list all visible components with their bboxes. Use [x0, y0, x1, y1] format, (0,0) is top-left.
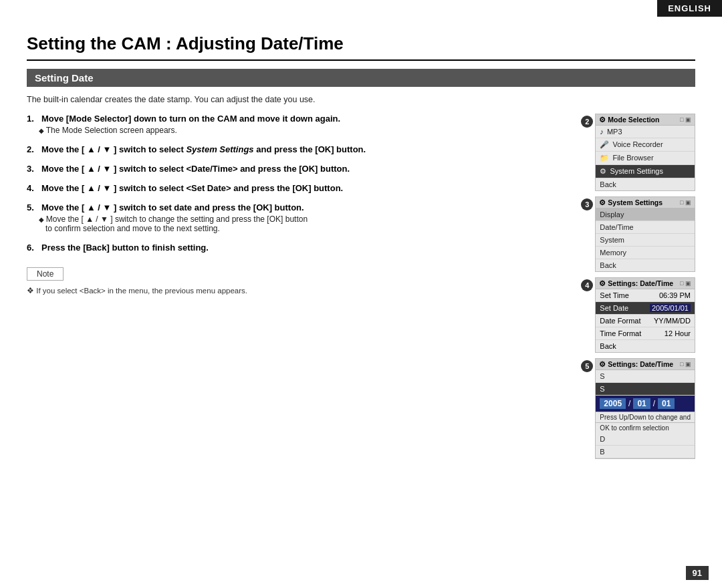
settime-value: 06:39 PM: [659, 291, 691, 299]
panel-3-row-system[interactable]: System: [596, 234, 695, 247]
panel-settings-datetime: 4 ⚙ Settings: Date/Time □ ▣ Set Time 06:…: [595, 277, 695, 353]
note-box: Note: [27, 267, 64, 281]
step-5-bullet1: Move the [ ▲ / ▼ ] switch to change the …: [39, 214, 308, 224]
step-1: 1. Move [Mode Selector] down to turn on …: [27, 114, 564, 135]
panel-2-header: ⚙ Mode Selection □ ▣: [596, 114, 695, 126]
panel-4-row-timeformat[interactable]: Time Format 12 Hour: [596, 327, 695, 340]
step-3-text: Move the [ ▲ / ▼ ] switch to select <Dat…: [41, 164, 350, 174]
settime-label: Set Time: [600, 291, 628, 299]
panel-5-hint2: OK to confirm selection: [596, 422, 695, 433]
panel-2-header-icons: □ ▣: [680, 116, 691, 123]
panel-2-row-back[interactable]: Back: [596, 178, 695, 190]
step-4: 4. Move the [ ▲ / ▼ ] switch to select <…: [27, 183, 564, 193]
step-3: 3. Move the [ ▲ / ▼ ] switch to select <…: [27, 164, 564, 174]
panel-3-row-datetime[interactable]: Date/Time: [596, 221, 695, 234]
step-2-num: 2.: [27, 144, 39, 154]
panel4-back-label: Back: [600, 342, 616, 350]
panel-4-num: 4: [581, 279, 593, 291]
step-6-text: Press the [Back] button to finish settin…: [41, 243, 209, 253]
step-5-text: Move the [ ▲ / ▼ ] switch to set date an…: [41, 202, 304, 212]
panel-4-row-back[interactable]: Back: [596, 340, 695, 352]
step-1-sub: The Mode Selection screen appears.: [39, 126, 564, 135]
settings-icon-5: ⚙: [599, 360, 606, 368]
setdate-value: 2005/01/01: [650, 304, 691, 312]
panel-2-row-filebrowser[interactable]: 📁 File Browser: [596, 152, 695, 165]
dateformat-value: YY/MM/DD: [654, 317, 691, 325]
panel-2-num: 2: [581, 116, 593, 128]
timeformat-value: 12 Hour: [665, 329, 691, 337]
page-title: Setting the CAM : Adjusting Date/Time: [27, 33, 695, 54]
panel-5-year[interactable]: 2005: [600, 398, 626, 409]
panel-system-settings: 3 ⚙ System Settings □ ▣ Display Date/Tim…: [595, 196, 695, 272]
timeformat-label: Time Format: [600, 329, 641, 337]
panel-5-header-icons: □ ▣: [680, 361, 691, 368]
setdate-label: Set Date: [600, 304, 628, 312]
settings-icon-3: ⚙: [599, 198, 606, 206]
panel-3-title: ⚙ System Settings: [599, 198, 663, 206]
step-1-text: Move [Mode Selector] down to turn on the…: [41, 114, 340, 124]
panel-4-header: ⚙ Settings: Date/Time □ ▣: [596, 278, 695, 289]
music-icon: [600, 128, 604, 136]
panel-4-row-setdate[interactable]: Set Date 2005/01/01: [596, 302, 695, 315]
step-2-text: Move the [ ▲ / ▼ ] switch to select Syst…: [41, 144, 366, 154]
panel-3-header: ⚙ System Settings □ ▣: [596, 197, 695, 208]
settings-icon: ⚙: [599, 116, 606, 124]
panel-5-num: 5: [581, 360, 593, 372]
panel-3-row-display[interactable]: Display: [596, 208, 695, 221]
title-divider: [27, 59, 695, 61]
step-1-num: 1.: [27, 114, 39, 124]
folder-icon: 📁: [600, 154, 609, 162]
step-5-num: 5.: [27, 202, 39, 212]
panel-5-row-b[interactable]: B: [596, 446, 695, 458]
settings-icon-4: ⚙: [599, 279, 606, 287]
panel-3-num: 3: [581, 198, 593, 210]
panel-5-hint1: Press Up/Down to change and: [596, 412, 695, 422]
panel-4-row-dateformat[interactable]: Date Format YY/MM/DD: [596, 315, 695, 327]
panel-5-title: ⚙ Settings: Date/Time: [599, 360, 673, 368]
panel-5-row-d[interactable]: D: [596, 433, 695, 446]
panel-2-title: ⚙ Mode Selection: [599, 116, 659, 124]
panel-5-row-s2[interactable]: S: [596, 383, 695, 396]
dateformat-label: Date Format: [600, 317, 640, 325]
panel-4-row-settime[interactable]: Set Time 06:39 PM: [596, 289, 695, 302]
panel-3-header-icons: □ ▣: [680, 199, 691, 206]
panel-2-row-syssettings-label: System Settings: [610, 167, 663, 175]
step-1-bullet: The Mode Selection screen appears.: [39, 126, 177, 135]
section-header: Setting Date: [27, 69, 695, 87]
panel-5-date-row: 2005 / 01 / 01: [596, 396, 695, 412]
panel-2-row-voice[interactable]: 🎤 Voice Recorder: [596, 138, 695, 152]
mic-icon: 🎤: [600, 140, 609, 149]
intro-text: The built-in calendar creates the date s…: [27, 95, 695, 104]
panel-3-row-back[interactable]: Back: [596, 259, 695, 271]
step-4-num: 4.: [27, 183, 39, 193]
panel-5-sep1: /: [628, 399, 630, 408]
panel-5-day[interactable]: 01: [658, 398, 675, 409]
step-5: 5. Move the [ ▲ / ▼ ] switch to set date…: [27, 202, 564, 233]
panel-2-row-mp3-label: MP3: [607, 128, 622, 136]
note-footer-text: If you select <Back> in the menu, the pr…: [27, 287, 247, 295]
panel-4-header-icons: □ ▣: [680, 280, 691, 287]
page-number: 91: [686, 566, 709, 580]
step-5-sub2: to confirm selection and move to the nex…: [45, 224, 220, 233]
step-5-sub: Move the [ ▲ / ▼ ] switch to change the …: [39, 214, 564, 233]
step-6-num: 6.: [27, 243, 39, 253]
panel-3-row-memory[interactable]: Memory: [596, 247, 695, 259]
panel-4-title: ⚙ Settings: Date/Time: [599, 279, 673, 287]
panel-2-row-back-label: Back: [600, 180, 616, 188]
panel-5-header: ⚙ Settings: Date/Time □ ▣: [596, 359, 695, 370]
panel-5-sep2: /: [653, 399, 655, 408]
language-badge: ENGLISH: [657, 0, 722, 17]
panel-2-row-voice-label: Voice Recorder: [612, 140, 663, 148]
panel-settings-datetime-entry: 5 ⚙ Settings: Date/Time □ ▣ S S 2005 / 0…: [595, 358, 695, 459]
left-column: 1. Move [Mode Selector] down to turn on …: [27, 114, 564, 459]
panel-5-month[interactable]: 01: [633, 398, 650, 409]
panel-mode-selection: 2 ⚙ Mode Selection □ ▣ MP3 🎤 Voice Recor…: [595, 114, 695, 191]
step-4-text: Move the [ ▲ / ▼ ] switch to select <Set…: [41, 183, 343, 193]
panel-2-row-syssettings[interactable]: ⚙ System Settings: [596, 165, 695, 178]
settings-icon-2: ⚙: [600, 167, 606, 176]
panel-2-row-filebrowser-label: File Browser: [612, 154, 653, 162]
step-2: 2. Move the [ ▲ / ▼ ] switch to select S…: [27, 144, 564, 154]
panel-2-row-mp3[interactable]: MP3: [596, 126, 695, 138]
panel-5-row-s1[interactable]: S: [596, 370, 695, 383]
note-footer: If you select <Back> in the menu, the pr…: [27, 286, 564, 295]
